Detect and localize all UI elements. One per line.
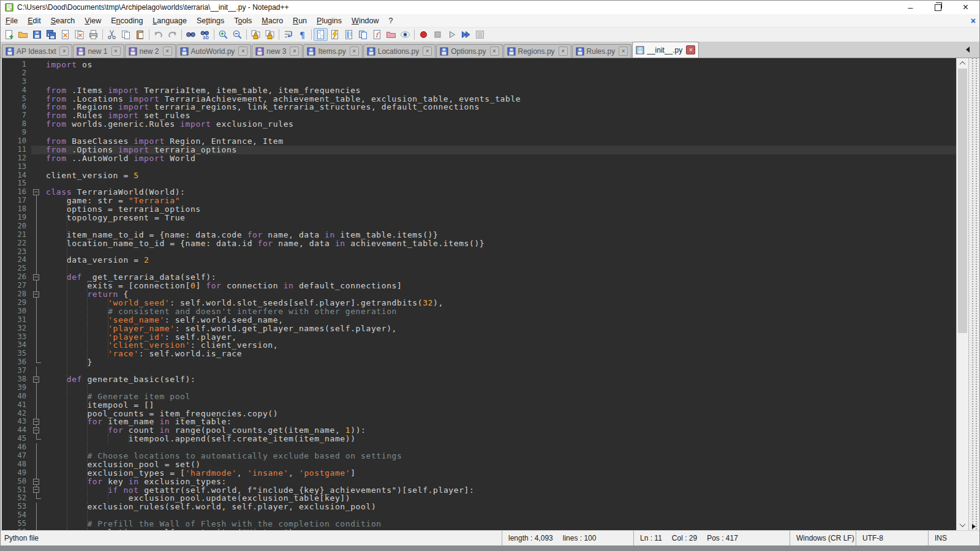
line-number[interactable]: 32 (2, 324, 31, 333)
code-line[interactable]: 16class TerrariaWorld(World): (2, 188, 956, 197)
undo-icon[interactable] (151, 28, 165, 41)
line-number[interactable]: 18 (2, 205, 31, 214)
line-number[interactable]: 44 (2, 426, 31, 435)
code-line[interactable]: 4from .Items import TerrariaItem, item_t… (2, 86, 956, 95)
zoom-out-icon[interactable] (230, 28, 244, 41)
line-number[interactable]: 29 (2, 299, 31, 307)
code-line[interactable]: 23 (2, 248, 956, 257)
tab-new-3[interactable]: new 3× (252, 44, 303, 58)
code-line[interactable]: 8from worlds.generic.Rules import exclus… (2, 120, 956, 129)
line-number[interactable]: 31 (2, 316, 31, 324)
line-number[interactable]: 27 (2, 282, 31, 290)
code-line[interactable]: 19 topology_present = True (2, 214, 956, 222)
tab-locations-py[interactable]: Locations.py× (363, 44, 435, 58)
code-line[interactable]: 55 # Prefill the Wall of Flesh with the … (2, 520, 956, 528)
status-encoding[interactable]: UTF-8 (856, 531, 928, 545)
code-line[interactable]: 45 itempool.append(self.create_item(item… (2, 435, 956, 443)
line-number[interactable]: 37 (2, 367, 31, 375)
document-switcher-icon[interactable] (356, 28, 370, 41)
code-line[interactable]: 39 (2, 384, 956, 392)
close-all-icon[interactable] (72, 28, 86, 41)
code-line[interactable]: 30 # consistent and doesn't interfere wi… (2, 307, 956, 316)
tab-new-1[interactable]: new 1× (73, 44, 124, 58)
line-number[interactable]: 47 (2, 452, 31, 460)
line-number[interactable]: 51 (2, 486, 31, 495)
tab-close-icon[interactable]: × (163, 47, 172, 56)
sync-vertical-icon[interactable] (249, 28, 263, 41)
line-number[interactable]: 17 (2, 197, 31, 205)
tab--init-py[interactable]: __init__.py× (632, 42, 699, 58)
menu-item-tools[interactable]: Tools (229, 15, 257, 26)
sync-horizontal-icon[interactable] (263, 28, 277, 41)
line-number[interactable]: 21 (2, 231, 31, 239)
code-line[interactable]: 37 (2, 367, 956, 375)
status-insert-mode[interactable]: INS (928, 531, 979, 545)
line-number[interactable]: 40 (2, 392, 31, 401)
line-number[interactable]: 19 (2, 214, 31, 222)
line-number[interactable]: 22 (2, 239, 31, 248)
line-number[interactable]: 42 (2, 410, 31, 418)
find-icon[interactable] (184, 28, 198, 41)
line-number[interactable]: 25 (2, 264, 31, 273)
line-number[interactable]: 3 (2, 78, 31, 86)
tab-close-icon[interactable]: × (686, 45, 695, 54)
code-line[interactable]: 25 (2, 264, 956, 273)
tab-regions-py[interactable]: Regions.py× (503, 44, 571, 58)
tab-close-icon[interactable]: × (59, 47, 69, 56)
tab-close-icon[interactable]: × (350, 47, 359, 56)
menu-item-settings[interactable]: Settings (192, 15, 229, 26)
line-number[interactable]: 2 (2, 69, 31, 78)
menu-item-macro[interactable]: Macro (257, 15, 288, 26)
code-line[interactable]: 56 completion = self.create_item("Victor… (2, 528, 956, 530)
code-line[interactable]: 43 for item_name in item_table: (2, 418, 956, 426)
code-line[interactable]: 34 'client_version': client_version, (2, 341, 956, 350)
code-line[interactable]: 35 'race': self.world.is_race (2, 350, 956, 358)
line-number[interactable]: 35 (2, 350, 31, 358)
print-icon[interactable] (86, 28, 100, 41)
record-macro-icon[interactable] (417, 28, 431, 41)
line-number[interactable]: 43 (2, 418, 31, 426)
code-line[interactable]: 47 # Choose locations to automatically e… (2, 452, 956, 460)
line-number[interactable]: 39 (2, 384, 31, 392)
code-line[interactable]: 18 options = terraria_options (2, 205, 956, 214)
copy-icon[interactable] (119, 28, 133, 41)
code-line[interactable]: 33 'player_id': self.player, (2, 333, 956, 342)
zoom-in-icon[interactable] (216, 28, 230, 41)
line-number[interactable]: 49 (2, 469, 31, 478)
restore-button[interactable] (924, 1, 952, 14)
save-macro-icon[interactable] (473, 28, 487, 41)
stop-macro-icon[interactable] (431, 28, 445, 41)
code-line[interactable]: 1import os (2, 61, 956, 69)
tab-rules-py[interactable]: Rules.py× (572, 44, 632, 58)
menu-item-plugins[interactable]: Plugins (312, 15, 347, 26)
code-line[interactable]: 9 (2, 129, 956, 137)
vertical-scrollbar[interactable] (956, 58, 968, 530)
line-number[interactable]: 26 (2, 273, 31, 282)
code-line[interactable]: 24 data_version = 2 (2, 256, 956, 264)
code-line[interactable]: 38 def generate_basic(self): (2, 375, 956, 384)
line-number[interactable]: 11 (2, 146, 31, 154)
tab-close-icon[interactable]: × (423, 47, 432, 56)
code-line[interactable]: 29 'world_seed': self.world.slot_seeds[s… (2, 299, 956, 307)
run-macro-multiple-icon[interactable] (459, 28, 473, 41)
menu-item-run[interactable]: Run (288, 15, 312, 26)
menu-item-view[interactable]: View (80, 15, 106, 26)
fold-collapse-icon[interactable] (31, 273, 42, 282)
line-number[interactable]: 12 (2, 154, 31, 163)
code-line[interactable]: 13 (2, 163, 956, 171)
code-line[interactable]: 53 exclusion_rules(self.world, self.play… (2, 503, 956, 511)
fold-collapse-icon[interactable] (31, 426, 42, 435)
code-line[interactable]: 15 (2, 179, 956, 188)
code-line[interactable]: 49 exclusion_types = ['hardmode', 'insan… (2, 469, 956, 478)
line-number[interactable]: 1 (2, 61, 31, 69)
fold-collapse-icon[interactable] (31, 486, 42, 495)
line-number[interactable]: 5 (2, 95, 31, 103)
fold-collapse-icon[interactable] (31, 375, 42, 384)
code-line[interactable]: 36 } (2, 358, 956, 367)
line-number[interactable]: 4 (2, 86, 31, 95)
menu-item-search[interactable]: Search (46, 15, 80, 26)
code-line[interactable]: 26 def _get_terraria_data(self): (2, 273, 956, 282)
project-panel-icon[interactable] (384, 28, 398, 41)
open-file-icon[interactable] (16, 28, 30, 41)
line-number[interactable]: 30 (2, 307, 31, 316)
